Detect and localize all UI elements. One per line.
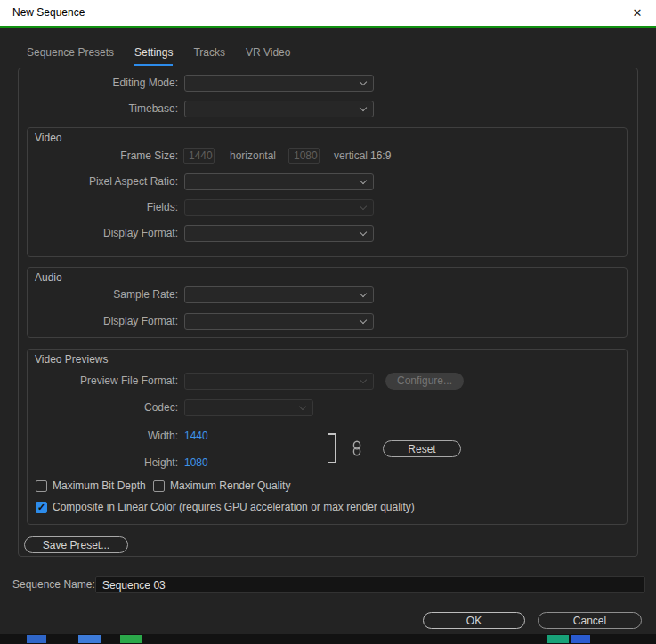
tab-settings[interactable]: Settings	[134, 46, 173, 66]
audio-display-format-label: Display Format:	[18, 313, 178, 330]
composite-linear-color-label: Composite in Linear Color (requires GPU …	[53, 502, 415, 513]
cancel-button[interactable]: Cancel	[538, 612, 642, 629]
tab-sequence-presets[interactable]: Sequence Presets	[27, 46, 114, 66]
dimension-bracket	[328, 433, 336, 463]
titlebar-accent-line	[0, 26, 656, 28]
desktop-sliver	[0, 634, 656, 644]
pixel-aspect-ratio-label: Pixel Aspect Ratio:	[18, 173, 178, 190]
frame-width-input: 1440	[183, 148, 215, 164]
audio-group-title: Audio	[35, 271, 62, 284]
vertical-label: vertical	[334, 148, 368, 164]
sequence-name-label: Sequence Name:	[12, 576, 95, 593]
timebase-select[interactable]: 25.00 frames/second	[184, 101, 374, 117]
horizontal-label: horizontal	[230, 148, 276, 164]
aspect-ratio-value: 16:9	[370, 148, 391, 164]
video-group-title: Video	[35, 132, 61, 144]
desktop-fragment	[27, 635, 46, 643]
window-title: New Sequence	[12, 0, 85, 26]
preview-height-label: Height:	[18, 455, 178, 471]
desktop-fragment	[120, 635, 142, 643]
tab-vr-video[interactable]: VR Video	[246, 46, 290, 66]
video-previews-group-title: Video Previews	[35, 353, 109, 366]
frame-height-input: 1080	[288, 148, 320, 164]
pixel-aspect-ratio-select[interactable]: HD Anamorphic 1080 (1.333)	[184, 173, 374, 190]
timebase-label: Timebase:	[18, 101, 178, 117]
configure-button: Configure...	[385, 373, 464, 390]
chevron-down-icon	[360, 203, 367, 210]
chevron-down-icon	[360, 229, 367, 236]
sample-rate-label: Sample Rate:	[18, 286, 178, 303]
desktop-fragment	[547, 635, 569, 643]
preview-file-format-select: I-Frame Only MPEG	[184, 373, 374, 390]
editing-mode-select[interactable]: HDV 1080p	[184, 75, 374, 92]
sequence-name-input[interactable]	[95, 576, 645, 593]
preview-width-value[interactable]: 1440	[184, 428, 208, 445]
maximum-render-quality-label: Maximum Render Quality	[170, 480, 290, 492]
dialog-tabs: Sequence Presets Settings Tracks VR Vide…	[27, 46, 290, 66]
preview-height-value[interactable]: 1080	[184, 455, 208, 471]
codec-label: Codec:	[18, 399, 178, 416]
new-sequence-dialog: New Sequence ✕ Sequence Presets Settings…	[0, 0, 656, 644]
chevron-down-icon	[360, 317, 367, 324]
video-display-format-select[interactable]: 25 fps Timecode	[184, 225, 374, 242]
audio-display-format-select[interactable]: Audio Samples	[184, 313, 374, 330]
editing-mode-label: Editing Mode:	[18, 75, 178, 92]
fields-label: Fields:	[18, 199, 178, 216]
chevron-down-icon	[360, 376, 367, 383]
composite-linear-color-checkbox[interactable]	[36, 502, 47, 513]
ok-button[interactable]: OK	[423, 612, 525, 629]
reset-button[interactable]: Reset	[383, 440, 461, 457]
close-icon[interactable]: ✕	[628, 0, 647, 26]
tab-tracks[interactable]: Tracks	[193, 46, 225, 66]
chevron-down-icon	[360, 78, 367, 85]
chevron-down-icon	[360, 177, 367, 184]
preview-width-label: Width:	[18, 428, 178, 445]
codec-select: MPEG I-Frame	[184, 399, 313, 416]
save-preset-button[interactable]: Save Preset...	[24, 536, 128, 553]
fields-select: No Fields (Progressive Scan)	[184, 199, 374, 216]
chevron-down-icon	[299, 403, 306, 410]
preview-file-format-label: Preview File Format:	[18, 373, 178, 390]
frame-size-label: Frame Size:	[18, 148, 178, 164]
maximum-bit-depth-label: Maximum Bit Depth	[53, 480, 146, 492]
sample-rate-select[interactable]: 48000 Hz	[184, 286, 374, 303]
desktop-fragment	[78, 635, 101, 643]
maximum-bit-depth-checkbox[interactable]	[36, 480, 47, 492]
video-display-format-label: Display Format:	[18, 225, 178, 242]
link-aspect-icon[interactable]	[351, 440, 363, 456]
desktop-fragment	[571, 635, 590, 643]
chevron-down-icon	[360, 104, 367, 111]
window-titlebar: New Sequence ✕	[0, 0, 656, 26]
maximum-render-quality-checkbox[interactable]	[153, 480, 165, 492]
chevron-down-icon	[360, 290, 367, 297]
